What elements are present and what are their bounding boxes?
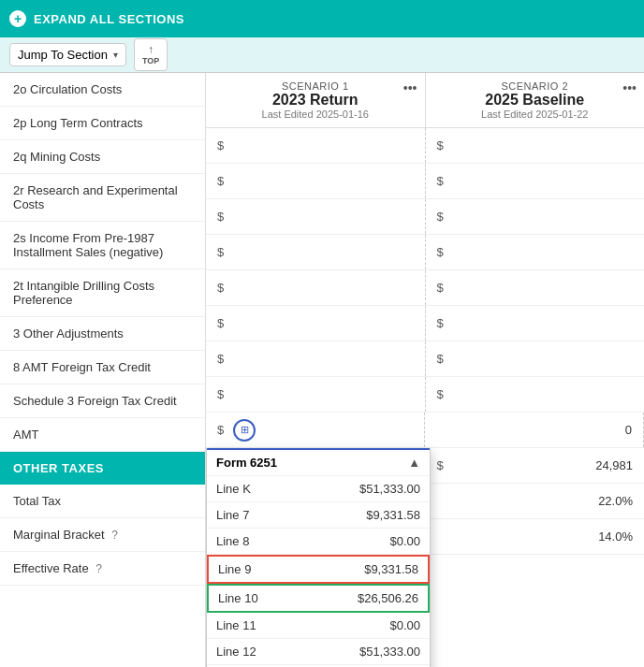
popup-row-12: Line 12 $51,333.00 — [207, 639, 430, 665]
table-row: $ $ — [206, 270, 644, 306]
popup-scroll-indicator: ▲ — [408, 456, 420, 470]
scenarios-area: SCENARIO 1 2023 Return Last Edited 2025-… — [206, 73, 644, 667]
top-label: TOP — [142, 56, 159, 66]
sidebar-item-3[interactable]: 3 Other Adjustments — [0, 317, 205, 351]
scenario2-dots-menu[interactable]: ••• — [622, 80, 637, 95]
popup-value-9: $9,331.58 — [364, 562, 418, 576]
amt-value: 0 — [625, 423, 632, 437]
popup-label-12: Line 12 — [216, 645, 256, 659]
sidebar-item-2s[interactable]: 2s Income From Pre-1987 Installment Sale… — [0, 222, 205, 269]
scenario1-label: SCENARIO 1 — [215, 80, 416, 92]
sidebar-item-8[interactable]: 8 AMT Foreign Tax Credit — [0, 351, 205, 384]
s2-cell: $ — [426, 128, 645, 163]
popup-header: Form 6251 ▲ — [207, 450, 430, 476]
s2-cell: $ — [426, 199, 645, 234]
s1-cell: $ — [206, 377, 426, 412]
dollar-icon: $ — [217, 138, 224, 152]
sidebar-item-2p[interactable]: 2p Long Term Contracts — [0, 107, 205, 140]
expand-icon: + — [9, 10, 26, 27]
total-tax-value: 24,981 — [595, 458, 633, 472]
dollar-icon: $ — [217, 245, 224, 259]
sidebar-item-2o[interactable]: 2o Circulation Costs — [0, 73, 205, 107]
s2-total-tax-cell: $ 24,981 — [426, 448, 645, 483]
jump-label: Jump To Section — [18, 48, 108, 62]
marginal-value: 22.0% — [598, 494, 633, 508]
s1-cell: $ — [206, 270, 426, 305]
popup-label-7: Line 7 — [216, 508, 249, 522]
s1-amt-cell: $ ⊞ — [206, 413, 425, 447]
sidebar-item-2t[interactable]: 2t Intangible Drilling Costs Preference — [0, 269, 205, 317]
top-button[interactable]: ↑ TOP — [134, 38, 168, 71]
popup-value-11: $0.00 — [389, 618, 420, 632]
scenario1-dots-menu[interactable]: ••• — [403, 80, 417, 95]
s1-cell: $ — [206, 199, 426, 234]
s2-cell: $ — [426, 164, 645, 198]
popup-label-8: Line 8 — [216, 534, 249, 548]
content-rows: $ $ $ $ $ $ $ $ $ $ $ $ — [206, 128, 644, 667]
sidebar-item-effective[interactable]: Effective Rate ? — [0, 552, 205, 586]
popup-row-8: Line 8 $0.00 — [207, 529, 430, 555]
s1-cell: $ — [206, 235, 426, 269]
dollar-icon: $ — [217, 210, 224, 224]
effective-value: 14.0% — [598, 529, 633, 544]
sidebar-item-amt[interactable]: AMT — [0, 418, 205, 452]
popup-value-k: $51,333.00 — [359, 482, 420, 496]
popup-label-k: Line K — [216, 482, 251, 496]
main-layout: 2o Circulation Costs 2p Long Term Contra… — [0, 73, 644, 667]
dollar-icon: $ — [437, 387, 444, 401]
form6251-dropdown: Form 6251 ▲ Line K $51,333.00 Line 7 $9,… — [206, 448, 431, 667]
sidebar-item-sch3[interactable]: Schedule 3 Foreign Tax Credit — [0, 384, 205, 418]
sidebar-item-total-tax[interactable]: Total Tax — [0, 485, 205, 518]
scenario2-date: Last Edited 2025-01-22 — [435, 109, 636, 120]
s2-cell: $ — [426, 377, 645, 412]
popup-label-11: Line 11 — [216, 618, 256, 632]
dollar-icon: $ — [437, 281, 444, 295]
s1-cell: $ — [206, 128, 426, 163]
popup-row-10: Line 10 $26,506.26 — [207, 584, 430, 613]
dollar-icon: $ — [437, 352, 444, 366]
s2-marginal-cell: 22.0% — [426, 484, 645, 518]
sidebar: 2o Circulation Costs 2p Long Term Contra… — [0, 73, 206, 667]
popup-title: Form 6251 — [216, 456, 277, 470]
header-bar: + EXPAND ALL SECTIONS — [0, 0, 644, 37]
dollar-icon: $ — [437, 138, 444, 152]
scenario1-header: SCENARIO 1 2023 Return Last Edited 2025-… — [206, 73, 426, 127]
chevron-down-icon: ▾ — [113, 50, 118, 60]
s1-cell: $ — [206, 164, 426, 198]
dollar-icon: $ — [217, 281, 224, 295]
popup-row-11: Line 11 $0.00 — [207, 613, 430, 639]
jump-to-section-dropdown[interactable]: Jump To Section ▾ — [9, 43, 126, 66]
dollar-icon: $ — [217, 316, 224, 330]
scenario2-header: SCENARIO 2 2025 Baseline Last Edited 202… — [426, 73, 645, 127]
s2-effective-cell: 14.0% — [426, 519, 645, 554]
expand-all-label[interactable]: EXPAND ALL SECTIONS — [34, 12, 184, 26]
dollar-icon: $ — [437, 245, 444, 259]
dollar-icon: $ — [217, 423, 224, 437]
help-icon-effective: ? — [95, 562, 102, 575]
popup-value-10: $26,506.26 — [358, 591, 418, 605]
sidebar-item-2q[interactable]: 2q Mining Costs — [0, 140, 205, 174]
scenario2-label: SCENARIO 2 — [435, 80, 636, 92]
dollar-icon: $ — [217, 387, 224, 401]
popup-scroll-area[interactable]: Line K $51,333.00 Line 7 $9,331.58 Line … — [207, 476, 430, 667]
popup-label-9: Line 9 — [218, 562, 251, 576]
s2-cell: $ — [426, 270, 645, 305]
up-arrow-icon: ↑ — [148, 43, 154, 56]
table-row: $ $ — [206, 164, 644, 199]
s2-cell: $ — [426, 235, 645, 269]
table-row: $ $ — [206, 128, 644, 164]
table-row: $ $ — [206, 306, 644, 341]
table-row: $ $ — [206, 235, 644, 270]
popup-value-12: $51,333.00 — [359, 645, 420, 659]
sidebar-section-other-taxes: OTHER TAXES — [0, 452, 205, 485]
dollar-icon: $ — [437, 210, 444, 224]
calculator-icon[interactable]: ⊞ — [233, 419, 256, 442]
scenario2-title: 2025 Baseline — [435, 92, 636, 109]
table-row: $ $ — [206, 377, 644, 413]
dollar-icon: $ — [437, 458, 444, 472]
table-row: $ $ — [206, 341, 644, 377]
subheader: Jump To Section ▾ ↑ TOP — [0, 37, 644, 73]
sidebar-item-2r[interactable]: 2r Research and Experimental Costs — [0, 174, 205, 222]
dollar-icon: $ — [217, 352, 224, 366]
sidebar-item-marginal[interactable]: Marginal Bracket ? — [0, 518, 205, 552]
